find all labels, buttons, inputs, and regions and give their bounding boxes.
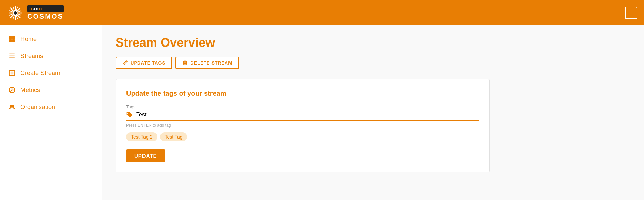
delete-stream-button[interactable]: DELETE STREAM xyxy=(175,57,239,69)
sidebar-item-streams[interactable]: Streams xyxy=(0,48,102,65)
tag-chip[interactable]: Test Tag xyxy=(160,132,187,141)
svg-rect-11 xyxy=(9,39,12,42)
streams-icon xyxy=(8,52,16,60)
svg-point-21 xyxy=(12,105,14,107)
action-buttons: UPDATE TAGS DELETE STREAM xyxy=(116,57,630,69)
svg-rect-12 xyxy=(12,39,15,42)
metrics-icon xyxy=(8,86,16,94)
update-button[interactable]: UPDATE xyxy=(126,149,165,162)
svg-rect-13 xyxy=(9,54,15,54)
svg-rect-9 xyxy=(9,36,12,39)
tags-list: Test Tag 2 Test Tag xyxy=(126,132,479,141)
tags-field-label: Tags xyxy=(126,104,479,109)
tag-icon xyxy=(126,111,133,118)
logo-text: nano COSMOS xyxy=(27,5,64,20)
page-title: Stream Overview xyxy=(116,36,630,50)
svg-rect-15 xyxy=(9,58,15,58)
svg-point-20 xyxy=(10,105,12,107)
trash-icon xyxy=(182,60,188,66)
brand: nano COSMOS xyxy=(7,4,64,21)
svg-point-8 xyxy=(14,11,17,15)
sidebar: Home Streams Create Stream xyxy=(0,25,102,200)
navbar: nano COSMOS + xyxy=(0,0,644,25)
sidebar-item-organisation-label: Organisation xyxy=(20,104,55,111)
layout: Home Streams Create Stream xyxy=(0,25,644,200)
organisation-icon xyxy=(8,103,16,111)
tag-input-wrapper xyxy=(126,111,479,121)
tags-panel: Update the tags of your stream Tags Pres… xyxy=(116,79,490,172)
sidebar-item-metrics-label: Metrics xyxy=(20,87,40,94)
cosmos-label: COSMOS xyxy=(27,13,64,20)
tag-chip[interactable]: Test Tag 2 xyxy=(126,132,157,141)
main-content: Stream Overview UPDATE TAGS DELETE STRE xyxy=(102,25,644,200)
sidebar-item-organisation[interactable]: Organisation xyxy=(0,98,102,115)
sidebar-item-home[interactable]: Home xyxy=(0,31,102,48)
hint-text: Press ENTER to add tag xyxy=(126,123,479,128)
sidebar-item-create-stream-label: Create Stream xyxy=(20,70,60,77)
sidebar-item-home-label: Home xyxy=(20,36,37,43)
sidebar-item-metrics[interactable]: Metrics xyxy=(0,81,102,98)
create-stream-icon xyxy=(8,69,16,77)
sidebar-item-create-stream[interactable]: Create Stream xyxy=(0,65,102,81)
home-icon xyxy=(8,35,16,43)
update-tags-button[interactable]: UPDATE TAGS xyxy=(116,57,172,69)
navbar-add-button[interactable]: + xyxy=(625,7,637,19)
starburst-icon xyxy=(7,4,24,21)
tag-input[interactable] xyxy=(136,112,479,118)
pencil-icon xyxy=(122,60,128,66)
sidebar-item-streams-label: Streams xyxy=(20,53,43,60)
nano-label: nano xyxy=(27,5,64,12)
svg-rect-10 xyxy=(12,36,15,39)
panel-title: Update the tags of your stream xyxy=(126,90,479,97)
svg-rect-14 xyxy=(9,56,15,56)
